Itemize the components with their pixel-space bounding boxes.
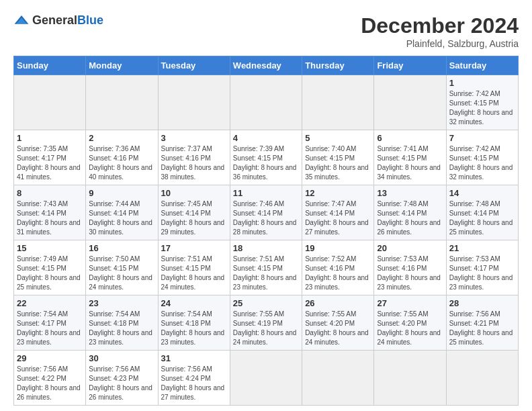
day-header-thursday: Thursday bbox=[302, 56, 374, 75]
sunrise: Sunrise: 7:53 AM bbox=[449, 255, 500, 263]
calendar-cell: 25 Sunrise: 7:55 AM Sunset: 4:19 PM Dayl… bbox=[230, 295, 302, 351]
daylight: Daylight: 8 hours and 40 minutes. bbox=[89, 164, 152, 181]
daylight: Daylight: 8 hours and 23 minutes. bbox=[17, 329, 81, 346]
day-info: Sunrise: 7:54 AM Sunset: 4:17 PM Dayligh… bbox=[17, 310, 83, 347]
day-number: 12 bbox=[305, 188, 371, 198]
day-number: 21 bbox=[449, 243, 515, 253]
sunrise: Sunrise: 7:56 AM bbox=[449, 310, 500, 318]
calendar-cell bbox=[302, 75, 374, 130]
sunset: Sunset: 4:24 PM bbox=[161, 375, 211, 382]
calendar-cell: 15 Sunrise: 7:49 AM Sunset: 4:15 PM Dayl… bbox=[14, 240, 86, 295]
calendar-cell: 11 Sunrise: 7:46 AM Sunset: 4:14 PM Dayl… bbox=[230, 185, 302, 240]
calendar-cell: 8 Sunrise: 7:43 AM Sunset: 4:14 PM Dayli… bbox=[14, 185, 86, 240]
calendar-cell bbox=[158, 75, 230, 130]
logo: GeneralBlue bbox=[13, 13, 103, 28]
day-number: 17 bbox=[161, 243, 227, 253]
calendar-cell: 27 Sunrise: 7:55 AM Sunset: 4:20 PM Dayl… bbox=[374, 295, 446, 351]
day-number: 18 bbox=[233, 243, 299, 253]
sunset: Sunset: 4:23 PM bbox=[89, 375, 138, 382]
daylight: Daylight: 8 hours and 24 minutes. bbox=[377, 329, 441, 346]
calendar-cell bbox=[230, 75, 302, 130]
daylight: Daylight: 8 hours and 23 minutes. bbox=[305, 274, 369, 291]
daylight: Daylight: 8 hours and 28 minutes. bbox=[233, 219, 297, 236]
sunrise: Sunrise: 7:42 AM bbox=[449, 145, 500, 152]
calendar-cell: 6 Sunrise: 7:41 AM Sunset: 4:15 PM Dayli… bbox=[374, 130, 446, 185]
calendar-cell: 24 Sunrise: 7:54 AM Sunset: 4:18 PM Dayl… bbox=[158, 295, 230, 351]
day-number: 22 bbox=[17, 298, 83, 308]
calendar-cell: 22 Sunrise: 7:54 AM Sunset: 4:17 PM Dayl… bbox=[14, 295, 86, 351]
day-info: Sunrise: 7:56 AM Sunset: 4:21 PM Dayligh… bbox=[449, 310, 515, 347]
calendar-cell: 23 Sunrise: 7:54 AM Sunset: 4:18 PM Dayl… bbox=[86, 295, 158, 351]
sunrise: Sunrise: 7:54 AM bbox=[17, 310, 68, 318]
sunset: Sunset: 4:15 PM bbox=[17, 265, 66, 272]
day-number: 20 bbox=[377, 243, 443, 253]
sunrise: Sunrise: 7:55 AM bbox=[305, 310, 356, 318]
calendar-cell: 1 Sunrise: 7:35 AM Sunset: 4:17 PM Dayli… bbox=[14, 130, 86, 185]
sunrise: Sunrise: 7:41 AM bbox=[377, 145, 428, 152]
day-number: 14 bbox=[449, 188, 515, 198]
sunset: Sunset: 4:14 PM bbox=[449, 210, 499, 217]
day-info: Sunrise: 7:54 AM Sunset: 4:18 PM Dayligh… bbox=[89, 310, 154, 347]
daylight: Daylight: 8 hours and 27 minutes. bbox=[161, 384, 225, 401]
sunrise: Sunrise: 7:43 AM bbox=[17, 200, 68, 208]
day-info: Sunrise: 7:52 AM Sunset: 4:16 PM Dayligh… bbox=[305, 255, 371, 292]
header-row: SundayMondayTuesdayWednesdayThursdayFrid… bbox=[14, 56, 519, 75]
sunrise: Sunrise: 7:48 AM bbox=[377, 200, 428, 208]
sunset: Sunset: 4:18 PM bbox=[161, 320, 211, 327]
day-header-friday: Friday bbox=[374, 56, 446, 75]
day-info: Sunrise: 7:46 AM Sunset: 4:14 PM Dayligh… bbox=[233, 199, 299, 237]
sunrise: Sunrise: 7:55 AM bbox=[233, 310, 284, 318]
calendar-cell: 28 Sunrise: 7:56 AM Sunset: 4:21 PM Dayl… bbox=[446, 295, 518, 351]
daylight: Daylight: 8 hours and 41 minutes. bbox=[17, 164, 81, 181]
day-info: Sunrise: 7:56 AM Sunset: 4:23 PM Dayligh… bbox=[89, 365, 154, 402]
day-number: 10 bbox=[161, 188, 227, 198]
day-header-sunday: Sunday bbox=[14, 56, 86, 75]
calendar-cell bbox=[86, 75, 158, 130]
day-info: Sunrise: 7:47 AM Sunset: 4:14 PM Dayligh… bbox=[305, 199, 371, 237]
day-info: Sunrise: 7:56 AM Sunset: 4:24 PM Dayligh… bbox=[161, 365, 227, 402]
daylight: Daylight: 8 hours and 24 minutes. bbox=[305, 329, 369, 346]
daylight: Daylight: 8 hours and 34 minutes. bbox=[377, 164, 441, 181]
week-row-3: 8 Sunrise: 7:43 AM Sunset: 4:14 PM Dayli… bbox=[14, 185, 519, 240]
sunset: Sunset: 4:18 PM bbox=[89, 320, 138, 327]
sunrise: Sunrise: 7:45 AM bbox=[161, 200, 212, 208]
daylight: Daylight: 8 hours and 35 minutes. bbox=[305, 164, 369, 181]
sunset: Sunset: 4:19 PM bbox=[233, 320, 283, 327]
sunrise: Sunrise: 7:53 AM bbox=[377, 255, 428, 263]
sunset: Sunset: 4:20 PM bbox=[377, 320, 427, 327]
daylight: Daylight: 8 hours and 23 minutes. bbox=[161, 329, 225, 346]
day-number: 8 bbox=[17, 188, 83, 198]
sunrise: Sunrise: 7:47 AM bbox=[305, 200, 356, 208]
sunset: Sunset: 4:15 PM bbox=[233, 154, 283, 162]
calendar-cell: 13 Sunrise: 7:48 AM Sunset: 4:14 PM Dayl… bbox=[374, 185, 446, 240]
sunset: Sunset: 4:14 PM bbox=[89, 210, 138, 217]
calendar-cell: 10 Sunrise: 7:45 AM Sunset: 4:14 PM Dayl… bbox=[158, 185, 230, 240]
daylight: Daylight: 8 hours and 23 minutes. bbox=[377, 274, 441, 291]
day-info: Sunrise: 7:53 AM Sunset: 4:16 PM Dayligh… bbox=[377, 255, 443, 292]
week-row-2: 1 Sunrise: 7:35 AM Sunset: 4:17 PM Dayli… bbox=[14, 130, 519, 185]
day-info: Sunrise: 7:42 AM Sunset: 4:15 PM Dayligh… bbox=[449, 89, 515, 127]
day-info: Sunrise: 7:48 AM Sunset: 4:14 PM Dayligh… bbox=[377, 199, 443, 237]
day-info: Sunrise: 7:40 AM Sunset: 4:15 PM Dayligh… bbox=[305, 144, 371, 182]
day-info: Sunrise: 7:41 AM Sunset: 4:15 PM Dayligh… bbox=[377, 144, 443, 182]
day-number: 25 bbox=[233, 298, 299, 308]
sunset: Sunset: 4:16 PM bbox=[377, 265, 427, 272]
day-info: Sunrise: 7:43 AM Sunset: 4:14 PM Dayligh… bbox=[17, 199, 83, 237]
daylight: Daylight: 8 hours and 24 minutes. bbox=[233, 329, 297, 346]
daylight: Daylight: 8 hours and 25 minutes. bbox=[449, 329, 513, 346]
day-info: Sunrise: 7:39 AM Sunset: 4:15 PM Dayligh… bbox=[233, 144, 299, 182]
daylight: Daylight: 8 hours and 32 minutes. bbox=[449, 109, 513, 126]
sunset: Sunset: 4:22 PM bbox=[17, 375, 66, 382]
sunrise: Sunrise: 7:36 AM bbox=[89, 145, 140, 152]
daylight: Daylight: 8 hours and 23 minutes. bbox=[89, 329, 152, 346]
day-info: Sunrise: 7:37 AM Sunset: 4:16 PM Dayligh… bbox=[161, 144, 227, 182]
calendar-cell: 20 Sunrise: 7:53 AM Sunset: 4:16 PM Dayl… bbox=[374, 240, 446, 295]
calendar-cell bbox=[14, 75, 86, 130]
day-number: 11 bbox=[233, 188, 299, 198]
sunrise: Sunrise: 7:56 AM bbox=[89, 365, 140, 373]
sunrise: Sunrise: 7:37 AM bbox=[161, 145, 212, 152]
day-info: Sunrise: 7:50 AM Sunset: 4:15 PM Dayligh… bbox=[89, 255, 154, 292]
calendar-cell: 14 Sunrise: 7:48 AM Sunset: 4:14 PM Dayl… bbox=[446, 185, 518, 240]
day-number: 5 bbox=[305, 133, 371, 143]
calendar-cell: 4 Sunrise: 7:39 AM Sunset: 4:15 PM Dayli… bbox=[230, 130, 302, 185]
